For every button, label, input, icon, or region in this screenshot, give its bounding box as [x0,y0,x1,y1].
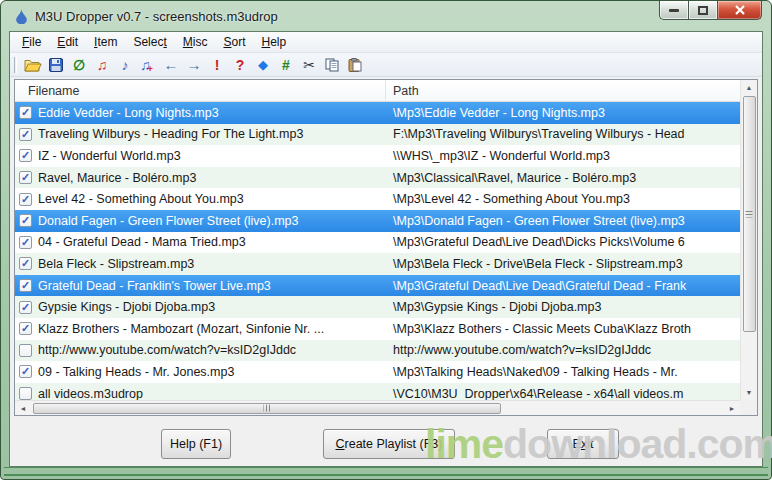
minimize-button[interactable] [659,1,688,20]
list-item[interactable]: ✓Klazz Brothers - Mambozart (Mozart, Sin… [15,318,740,340]
arrow-left-icon[interactable]: ← [161,55,181,75]
item-checkbox[interactable]: ✓ [19,279,32,292]
list-item[interactable]: ✓04 - Grateful Dead - Mama Tried.mp3\Mp3… [15,232,740,254]
item-checkbox[interactable]: ✓ [19,171,32,184]
note-red-icon[interactable]: ♫ [92,55,112,75]
save-icon[interactable] [46,55,66,75]
item-checkbox[interactable] [19,387,32,400]
close-button[interactable] [717,1,762,20]
menubar: File Edit Item Select Misc Sort Help [10,32,762,53]
item-checkbox[interactable]: ✓ [19,214,32,227]
item-checkbox[interactable]: ✓ [19,193,32,206]
toolbar-grip[interactable] [14,57,17,73]
maximize-icon [698,6,708,15]
list-item[interactable]: ✓Donald Fagen - Green Flower Street (liv… [15,210,740,232]
menu-item-item[interactable]: Item [86,33,125,51]
note-blue-icon[interactable]: ♪ [115,55,135,75]
file-list-main: Filename Path ✓Eddie Vedder - Long Night… [15,80,740,400]
bottom-panel: Help (F1) Create Playlist (F3) Exit [10,416,762,466]
menu-item-file[interactable]: File [14,33,49,51]
toolbar: ∅ ♫ ♪ ♫+ ← → ! ? ◆ # ✂ [10,53,762,77]
list-item[interactable]: ✓Gypsie Kings - Djobi Djoba.mp3\Mp3\Gyps… [15,296,740,318]
list-item[interactable]: http://www.youtube.com/watch?v=ksID2gIJd… [15,340,740,362]
close-icon [735,5,745,15]
column-header-filename[interactable]: Filename [15,80,386,101]
horizontal-scroll-thumb[interactable] [33,403,501,414]
exit-button[interactable]: Exit [547,429,619,459]
paste-icon[interactable] [345,55,365,75]
plus-badge-icon: + [148,59,153,79]
cut-icon[interactable]: ✂ [299,55,319,75]
item-checkbox[interactable] [19,344,32,357]
item-filename: Level 42 - Something About You.mp3 [38,192,244,206]
list-item[interactable]: ✓Eddie Vedder - Long Nights.mp3\Mp3\Eddi… [15,102,740,124]
diamond-icon[interactable]: ◆ [253,55,273,75]
list-header: Filename Path [15,80,740,102]
number-icon[interactable]: # [276,55,296,75]
item-checkbox[interactable]: ✓ [19,236,32,249]
vertical-scroll-thumb[interactable] [743,96,756,332]
list-item[interactable]: ✓IZ - Wonderful World.mp3\\WHS\_mp3\IZ -… [15,145,740,167]
titlebar[interactable]: M3U Dropper v0.7 - screenshots.m3udrop [1,1,771,31]
item-path: \Mp3\Talking Heads\Naked\09 - Talking He… [386,361,740,383]
app-icon [15,9,28,24]
scroll-up-icon[interactable]: ▲ [741,80,757,95]
item-path: http://www.youtube.com/watch?v=ksID2gIJd… [386,340,740,362]
item-path: \Mp3\Gypsie Kings - Djobi Djoba.mp3 [386,296,740,318]
item-filename: http://www.youtube.com/watch?v=ksID2gIJd… [38,343,296,357]
column-header-path[interactable]: Path [386,80,740,101]
menu-item-sort[interactable]: Sort [215,33,253,51]
scroll-right-icon[interactable]: ► [724,401,740,415]
menu-item-help[interactable]: Help [254,33,295,51]
list-item[interactable]: ✓Grateful Dead - Franklin's Tower Live.m… [15,275,740,297]
item-filename: Eddie Vedder - Long Nights.mp3 [38,106,219,120]
item-checkbox[interactable]: ✓ [19,301,32,314]
arrow-right-icon[interactable]: → [184,55,204,75]
file-list-body: ✓Eddie Vedder - Long Nights.mp3\Mp3\Eddi… [15,102,740,400]
item-checkbox[interactable]: ✓ [19,365,32,378]
scroll-left-icon[interactable]: ◄ [15,401,31,415]
scroll-down-icon[interactable]: ▼ [741,385,757,400]
list-item[interactable]: ✓Ravel, Maurice - Boléro.mp3\Mp3\Classic… [15,167,740,189]
item-filename: 09 - Talking Heads - Mr. Jones.mp3 [38,365,234,379]
item-filename: IZ - Wonderful World.mp3 [38,149,181,163]
item-filename: Donald Fagen - Green Flower Street (live… [38,214,299,228]
menu-item-misc[interactable]: Misc [175,33,216,51]
item-checkbox[interactable]: ✓ [19,322,32,335]
horizontal-scrollbar[interactable]: ◄ ► [15,400,740,415]
maximize-button[interactable] [688,1,717,20]
thumb-grip-icon [264,405,271,412]
menu-item-edit[interactable]: Edit [49,33,86,51]
item-path: \Mp3\Grateful Dead\Live Dead\Grateful De… [386,275,740,297]
create-playlist-button[interactable]: Create Playlist (F3) [323,429,455,459]
item-checkbox[interactable]: ✓ [19,106,32,119]
item-path: \Mp3\Eddie Vedder - Long Nights.mp3 [386,102,740,124]
open-folder-icon[interactable] [23,55,43,75]
app-window: M3U Dropper v0.7 - screenshots.m3udrop F… [0,0,772,480]
question-icon[interactable]: ? [230,55,250,75]
clear-list-icon[interactable]: ∅ [69,55,89,75]
thumb-grip-icon [746,211,753,218]
list-item[interactable]: ✓09 - Talking Heads - Mr. Jones.mp3\Mp3\… [15,361,740,383]
item-checkbox[interactable]: ✓ [19,257,32,270]
item-checkbox[interactable]: ✓ [19,128,32,141]
vertical-scrollbar[interactable]: ▲ ▼ [740,80,757,400]
item-path: \\WHS\_mp3\IZ - Wonderful World.mp3 [386,145,740,167]
item-path: \VC10\M3U_Dropper\x64\Release - x64\all … [386,383,740,400]
menu-item-select[interactable]: Select [125,33,174,51]
item-path: \Mp3\Donald Fagen - Green Flower Street … [386,210,740,232]
exclamation-icon[interactable]: ! [207,55,227,75]
window-controls [659,1,762,20]
client-area: File Edit Item Select Misc Sort Help ∅ ♫… [9,31,763,467]
item-checkbox[interactable]: ✓ [19,149,32,162]
list-item[interactable]: ✓Level 42 - Something About You.mp3\Mp3\… [15,188,740,210]
copy-icon[interactable] [322,55,342,75]
add-note-icon[interactable]: ♫+ [138,55,158,75]
item-filename: Grateful Dead - Franklin's Tower Live.mp… [38,279,271,293]
item-path: \Mp3\Level 42 - Something About You.mp3 [386,188,740,210]
help-button[interactable]: Help (F1) [161,429,231,459]
scrollbar-corner [740,400,757,415]
list-item[interactable]: all videos.m3udrop\VC10\M3U_Dropper\x64\… [15,383,740,400]
list-item[interactable]: ✓Bela Fleck - Slipstream.mp3\Mp3\Bela Fl… [15,253,740,275]
list-item[interactable]: ✓Traveling Wilburys - Heading For The Li… [15,124,740,146]
